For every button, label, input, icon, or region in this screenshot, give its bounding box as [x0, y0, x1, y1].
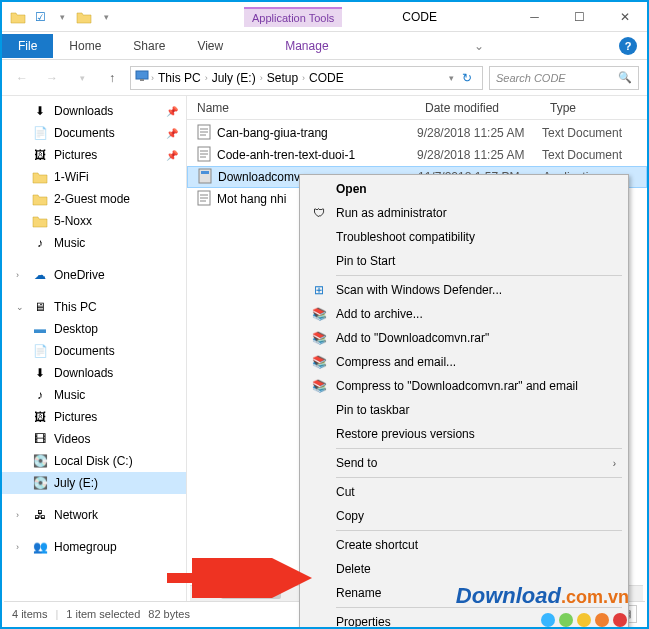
sidebar-item-music[interactable]: ♪Music	[2, 232, 186, 254]
sidebar-item-pictures[interactable]: 🖼Pictures📌	[2, 144, 186, 166]
sidebar-item-onedrive[interactable]: ›☁OneDrive	[2, 264, 186, 286]
help-icon[interactable]: ?	[619, 37, 637, 55]
column-type[interactable]: Type	[542, 101, 647, 115]
ctx-separator	[336, 530, 622, 531]
breadcrumb-setup[interactable]: Setup	[265, 71, 300, 85]
ctx-pin-start[interactable]: Pin to Start	[302, 249, 626, 273]
qa-dropdown-icon[interactable]: ▾	[54, 9, 70, 25]
breadcrumb-bar[interactable]: › This PC › July (E:) › Setup › CODE ▾ ↻	[130, 66, 483, 90]
view-tab[interactable]: View	[181, 34, 239, 58]
qa-overflow-icon[interactable]: ▾	[98, 9, 114, 25]
sidebar-item-documents[interactable]: 📄Documents📌	[2, 122, 186, 144]
sidebar-item-downloads2[interactable]: ⬇Downloads	[2, 362, 186, 384]
file-row[interactable]: Code-anh-tren-text-duoi-1 9/28/2018 11:2…	[187, 144, 647, 166]
folder-icon	[10, 9, 26, 25]
ctx-label: Restore previous versions	[336, 427, 475, 441]
column-name[interactable]: Name	[187, 101, 417, 115]
sidebar-item-network[interactable]: ›🖧Network	[2, 504, 186, 526]
manage-tab[interactable]: Manage	[269, 34, 344, 58]
ctx-label: Copy	[336, 509, 364, 523]
pin-icon: 📌	[166, 128, 178, 139]
chevron-right-icon[interactable]: ›	[16, 542, 26, 552]
folder-icon	[32, 213, 48, 229]
pictures-icon: 🖼	[32, 409, 48, 425]
sidebar-item-homegroup[interactable]: ›👥Homegroup	[2, 536, 186, 558]
context-menu: Open 🛡Run as administrator Troubleshoot …	[299, 174, 629, 629]
sidebar-item-pictures2[interactable]: 🖼Pictures	[2, 406, 186, 428]
sidebar-item-label: July (E:)	[54, 476, 98, 490]
documents-icon: 📄	[32, 343, 48, 359]
ctx-restore[interactable]: Restore previous versions	[302, 422, 626, 446]
sidebar-item-july[interactable]: 💽July (E:)	[2, 472, 186, 494]
sidebar-item-localdisk[interactable]: 💽Local Disk (C:)	[2, 450, 186, 472]
ctx-compress-email[interactable]: 📚Compress and email...	[302, 350, 626, 374]
chevron-right-icon[interactable]: ›	[302, 73, 305, 83]
home-tab[interactable]: Home	[53, 34, 117, 58]
forward-button[interactable]: →	[40, 66, 64, 90]
sidebar-item-wifi[interactable]: 1-WiFi	[2, 166, 186, 188]
ribbon-tabs: File Home Share View Manage ⌄ ?	[2, 32, 647, 60]
ctx-pin-taskbar[interactable]: Pin to taskbar	[302, 398, 626, 422]
pin-icon: 📌	[166, 106, 178, 117]
recent-dropdown-icon[interactable]: ▾	[70, 66, 94, 90]
ctx-add-rar[interactable]: 📚Add to "Downloadcomvn.rar"	[302, 326, 626, 350]
breadcrumb-thispc[interactable]: This PC	[156, 71, 203, 85]
documents-icon: 📄	[32, 125, 48, 141]
file-tab[interactable]: File	[2, 34, 53, 58]
status-separator: |	[55, 608, 58, 620]
ctx-label: Scan with Windows Defender...	[336, 283, 502, 297]
breadcrumb-july[interactable]: July (E:)	[210, 71, 258, 85]
pictures-icon: 🖼	[32, 147, 48, 163]
ctx-open[interactable]: Open	[302, 177, 626, 201]
ctx-label: Delete	[336, 562, 371, 576]
close-button[interactable]: ✕	[602, 2, 647, 32]
svg-rect-1	[140, 79, 144, 81]
chevron-right-icon[interactable]: ›	[16, 270, 26, 280]
sidebar-item-documents2[interactable]: 📄Documents	[2, 340, 186, 362]
file-date: 9/28/2018 11:25 AM	[417, 148, 542, 162]
sidebar-item-thispc[interactable]: ⌄🖥This PC	[2, 296, 186, 318]
svg-rect-11	[201, 171, 209, 174]
chevron-right-icon[interactable]: ›	[16, 510, 26, 520]
sidebar-item-desktop[interactable]: ▬Desktop	[2, 318, 186, 340]
sidebar-item-label: Homegroup	[54, 540, 117, 554]
refresh-icon[interactable]: ↻	[456, 71, 478, 85]
column-date[interactable]: Date modified	[417, 101, 542, 115]
chevron-right-icon[interactable]: ›	[205, 73, 208, 83]
sidebar-item-videos[interactable]: 🎞Videos	[2, 428, 186, 450]
ctx-delete[interactable]: Delete	[302, 557, 626, 581]
navigation-pane[interactable]: ⬇Downloads📌 📄Documents📌 🖼Pictures📌 1-WiF…	[2, 96, 187, 606]
maximize-button[interactable]: ☐	[557, 2, 602, 32]
ctx-add-archive[interactable]: 📚Add to archive...	[302, 302, 626, 326]
sidebar-item-music2[interactable]: ♪Music	[2, 384, 186, 406]
ctx-run-admin[interactable]: 🛡Run as administrator	[302, 201, 626, 225]
ctx-copy[interactable]: Copy	[302, 504, 626, 528]
sidebar-item-guest[interactable]: 2-Guest mode	[2, 188, 186, 210]
sidebar-item-label: Music	[54, 388, 85, 402]
window-title: CODE	[402, 10, 437, 24]
sidebar-item-noxx[interactable]: 5-Noxx	[2, 210, 186, 232]
up-button[interactable]: ↑	[100, 66, 124, 90]
back-button[interactable]: ←	[10, 66, 34, 90]
ctx-cut[interactable]: Cut	[302, 480, 626, 504]
watermark-text: Download	[456, 583, 561, 608]
watermark-suffix: .com.vn	[561, 587, 629, 607]
file-name: Mot hang nhi	[217, 192, 286, 206]
ctx-send-to[interactable]: Send to›	[302, 451, 626, 475]
chevron-right-icon[interactable]: ›	[151, 73, 154, 83]
ctx-scan-defender[interactable]: ⊞Scan with Windows Defender...	[302, 278, 626, 302]
search-input[interactable]: Search CODE 🔍	[489, 66, 639, 90]
ctx-compress-rar-email[interactable]: 📚Compress to "Downloadcomvn.rar" and ema…	[302, 374, 626, 398]
qa-checkbox-icon[interactable]: ☑	[32, 9, 48, 25]
ctx-create-shortcut[interactable]: Create shortcut	[302, 533, 626, 557]
ctx-troubleshoot[interactable]: Troubleshoot compatibility	[302, 225, 626, 249]
sidebar-item-downloads[interactable]: ⬇Downloads📌	[2, 100, 186, 122]
chevron-down-icon[interactable]: ⌄	[16, 302, 26, 312]
breadcrumb-code[interactable]: CODE	[307, 71, 346, 85]
chevron-right-icon[interactable]: ›	[260, 73, 263, 83]
share-tab[interactable]: Share	[117, 34, 181, 58]
ribbon-expand-icon[interactable]: ⌄	[474, 39, 490, 53]
minimize-button[interactable]: ─	[512, 2, 557, 32]
address-dropdown-icon[interactable]: ▾	[449, 73, 454, 83]
file-row[interactable]: Can-bang-giua-trang 9/28/2018 11:25 AM T…	[187, 122, 647, 144]
